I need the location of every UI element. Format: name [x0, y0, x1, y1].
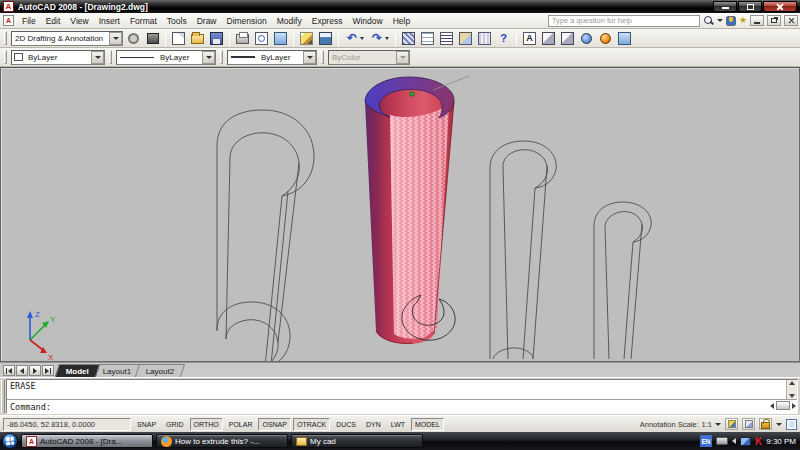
help-search-input[interactable] — [548, 15, 700, 27]
redo-chevron-icon[interactable] — [385, 37, 389, 40]
command-input-scrollbar[interactable] — [770, 401, 796, 410]
search-options-chevron-icon[interactable] — [717, 19, 723, 22]
favorites-star-icon[interactable]: ★ — [739, 16, 747, 25]
menu-view[interactable]: View — [65, 15, 93, 27]
table-button[interactable] — [419, 30, 436, 47]
menu-modify[interactable]: Modify — [272, 15, 307, 27]
minimize-button[interactable] — [713, 1, 737, 12]
menu-dimension[interactable]: Dimension — [222, 15, 272, 27]
command-input[interactable]: Command: — [7, 400, 797, 413]
antivirus-tray-icon[interactable]: K — [755, 436, 762, 447]
taskbar-clock[interactable]: 9:30 PM — [766, 437, 796, 446]
my-workspace-button[interactable] — [144, 30, 161, 47]
annotation-autoscale-button[interactable] — [742, 418, 755, 430]
start-button[interactable] — [2, 433, 18, 449]
wireframe-cylinder-3[interactable] — [594, 202, 651, 359]
toolbar-grip[interactable] — [220, 50, 223, 64]
visual-style-button[interactable] — [540, 30, 557, 47]
help-button[interactable]: ? — [495, 30, 512, 47]
autocad-app-icon[interactable]: A — [3, 1, 14, 12]
match-properties-button[interactable] — [317, 30, 334, 47]
menu-help[interactable]: Help — [388, 15, 415, 27]
printer-tray-icon[interactable] — [716, 437, 728, 445]
taskbar-button-autocad[interactable]: A AutoCAD 2008 - [Dra... — [21, 434, 153, 448]
taskbar-button-mycad[interactable]: My cad — [291, 434, 423, 448]
annotation-visibility-button[interactable] — [725, 418, 738, 430]
chevron-down-icon[interactable] — [303, 51, 316, 64]
hatch-button[interactable] — [400, 30, 417, 47]
chevron-down-icon[interactable] — [109, 32, 122, 45]
toolbar-grip[interactable] — [321, 50, 324, 64]
save-button[interactable] — [208, 30, 225, 47]
color-dropdown[interactable]: ByLayer — [11, 50, 105, 65]
annotation-scale-control[interactable]: Annotation Scale: 1:1 — [640, 420, 721, 429]
maximize-button[interactable] — [738, 1, 762, 12]
toggle-model[interactable]: MODEL — [411, 418, 444, 431]
workspace-settings-button[interactable] — [125, 30, 142, 47]
toggle-ortho[interactable]: ORTHO — [190, 418, 223, 431]
open-button[interactable] — [189, 30, 206, 47]
plot-button[interactable] — [234, 30, 251, 47]
close-button[interactable] — [763, 1, 797, 12]
toggle-lwt[interactable]: LWT — [387, 418, 409, 431]
web-button[interactable] — [578, 30, 595, 47]
linetype-dropdown[interactable]: ByLayer — [116, 50, 216, 65]
wireframe-cylinder-1[interactable] — [217, 110, 314, 361]
network-tray-icon[interactable] — [740, 437, 751, 446]
text-style-button[interactable]: A — [521, 30, 538, 47]
plot-preview-button[interactable] — [253, 30, 270, 47]
menu-edit[interactable]: Edit — [41, 15, 66, 27]
clean-screen-icon[interactable] — [786, 419, 797, 430]
scroll-down-icon[interactable] — [789, 394, 795, 398]
publish-button[interactable] — [272, 30, 289, 47]
next-tab-button[interactable] — [29, 365, 41, 376]
command-window-grip[interactable] — [1, 380, 5, 413]
search-icon[interactable] — [703, 15, 714, 26]
scroll-right-icon[interactable] — [792, 403, 796, 409]
doc-restore-button[interactable] — [767, 15, 781, 26]
drawing-file-icon[interactable]: A — [3, 15, 14, 26]
model-space[interactable]: Z Y X — [1, 68, 799, 361]
prev-tab-button[interactable] — [16, 365, 28, 376]
tray-expand-chevron-icon[interactable] — [732, 438, 736, 444]
menu-format[interactable]: Format — [125, 15, 162, 27]
orbit-button[interactable] — [559, 30, 576, 47]
render-button[interactable] — [597, 30, 614, 47]
scroll-up-icon[interactable] — [789, 381, 795, 385]
last-tab-button[interactable] — [42, 365, 54, 376]
menu-tools[interactable]: Tools — [162, 15, 192, 27]
undo-button[interactable]: ↶ — [343, 30, 366, 47]
lineweight-dropdown[interactable]: ByLayer — [227, 50, 317, 65]
chevron-down-icon[interactable] — [202, 51, 215, 64]
annotation-scale-chevron-icon[interactable] — [715, 423, 721, 426]
grip-point[interactable] — [410, 92, 414, 96]
first-tab-button[interactable] — [3, 365, 15, 376]
command-history-scrollbar[interactable] — [786, 380, 797, 399]
tab-layout2[interactable]: Layout2 — [134, 364, 185, 377]
status-menu-chevron-icon[interactable] — [776, 423, 782, 426]
toggle-polar[interactable]: POLAR — [225, 418, 257, 431]
undo-chevron-icon[interactable] — [360, 37, 364, 40]
communication-center-icon[interactable] — [726, 16, 736, 26]
toolbar-grip[interactable] — [109, 50, 112, 64]
menu-window[interactable]: Window — [347, 15, 387, 27]
calculator-button[interactable] — [476, 30, 493, 47]
toolbar-grip[interactable] — [4, 31, 7, 45]
coordinate-display[interactable]: -86.0450, 52.8318, 0.0000 — [3, 418, 131, 431]
language-indicator[interactable]: EN — [700, 435, 712, 447]
command-history[interactable]: ERASE — [7, 380, 797, 400]
workspace-dropdown[interactable]: 2D Drafting & Annotation — [11, 31, 123, 46]
new-button[interactable] — [170, 30, 187, 47]
wireframe-cylinder-2[interactable] — [490, 141, 556, 359]
toggle-osnap[interactable]: OSNAP — [258, 418, 291, 431]
toggle-grid[interactable]: GRID — [162, 418, 188, 431]
selected-extruded-solid[interactable] — [365, 76, 469, 344]
menu-insert[interactable]: Insert — [94, 15, 125, 27]
pencil-button[interactable] — [298, 30, 315, 47]
toolbar-lock-button[interactable] — [759, 418, 772, 430]
block-button[interactable] — [457, 30, 474, 47]
doc-close-button[interactable] — [784, 15, 798, 26]
scrollbar-thumb[interactable] — [776, 401, 790, 410]
doc-minimize-button[interactable] — [750, 15, 764, 26]
toggle-dyn[interactable]: DYN — [362, 418, 385, 431]
